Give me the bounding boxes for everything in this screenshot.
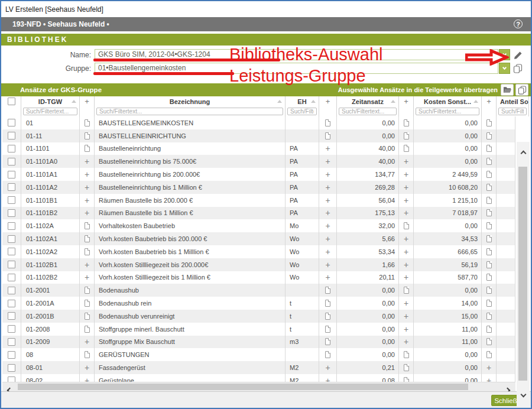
- filter-input-bezeichnung[interactable]: [96, 108, 283, 115]
- row-icon-c[interactable]: [399, 116, 414, 129]
- column-header-kosten-sonst[interactable]: Kosten Sonst...: [414, 96, 482, 106]
- row-icon-b[interactable]: +: [319, 232, 337, 245]
- row-icon-b[interactable]: +: [319, 155, 337, 168]
- row-checkbox[interactable]: [8, 376, 15, 382]
- row-icon-d[interactable]: [482, 155, 497, 168]
- row-icon-c[interactable]: +: [399, 336, 414, 349]
- row-icon-a[interactable]: +: [80, 336, 95, 349]
- table-row[interactable]: 01 BAUSTELLENGEMEINKOSTEN 0,00 0,00: [2, 116, 515, 129]
- row-icon-a[interactable]: +: [80, 374, 95, 382]
- row-icon-d[interactable]: [482, 258, 497, 271]
- table-row[interactable]: 01-1101A1 + Baustelleneinrichtung bis 20…: [2, 168, 515, 181]
- row-icon-c[interactable]: +: [399, 155, 414, 168]
- row-icon-a[interactable]: +: [80, 271, 95, 284]
- filter-input-id-tgw[interactable]: [23, 108, 77, 115]
- row-checkbox[interactable]: [8, 222, 15, 230]
- table-row[interactable]: 01-11 BAUSTELLENEINRICHTUNG 0,00 0,00: [2, 129, 515, 142]
- copy-gruppe-button[interactable]: [512, 63, 523, 74]
- row-icon-b[interactable]: [319, 116, 337, 129]
- horizontal-scroll-thumb[interactable]: [18, 384, 468, 390]
- table-row[interactable]: 01-1102A1 Vorh.kosten Baubetrieb bis 200…: [2, 232, 515, 245]
- row-checkbox[interactable]: [8, 325, 15, 333]
- horizontal-scrollbar[interactable]: [2, 382, 515, 391]
- row-icon-d[interactable]: [482, 181, 497, 194]
- row-checkbox[interactable]: [8, 183, 15, 191]
- row-icon-c[interactable]: +: [399, 232, 414, 245]
- row-icon-a[interactable]: +: [80, 168, 95, 181]
- row-icon-a[interactable]: [80, 323, 95, 336]
- column-header-add-d[interactable]: +: [482, 96, 497, 106]
- row-icon-c[interactable]: +: [399, 323, 414, 336]
- row-icon-c[interactable]: [399, 142, 414, 155]
- row-icon-d[interactable]: [482, 219, 497, 232]
- row-icon-b[interactable]: +: [319, 219, 337, 232]
- row-icon-d[interactable]: [482, 194, 497, 207]
- row-icon-d[interactable]: [482, 323, 497, 336]
- row-icon-c[interactable]: +: [399, 297, 414, 310]
- table-row[interactable]: 01-1101B1 + Räumen Baustelle bis 200.000…: [2, 194, 515, 207]
- filter-input-eh[interactable]: [287, 108, 317, 115]
- row-icon-a[interactable]: [80, 284, 95, 297]
- row-icon-a[interactable]: [80, 232, 95, 245]
- row-icon-d[interactable]: [482, 348, 497, 361]
- row-icon-b[interactable]: +: [319, 181, 337, 194]
- table-row[interactable]: 01-1102A Vorhaltekosten Baubetrieb Mo + …: [2, 219, 515, 232]
- table-row[interactable]: 01-1102A2 Vorh.kosten Baubetrieb bis 1 M…: [2, 245, 515, 258]
- row-icon-c[interactable]: [399, 348, 414, 361]
- row-icon-c[interactable]: +: [399, 245, 414, 258]
- row-icon-b[interactable]: +: [319, 271, 337, 284]
- table-row[interactable]: 08-01 + Fassadengerüst M2 + 0,21 0,00 +: [2, 361, 515, 374]
- row-icon-a[interactable]: [80, 310, 95, 323]
- row-checkbox[interactable]: [8, 132, 15, 139]
- row-icon-b[interactable]: +: [319, 258, 337, 271]
- table-row[interactable]: 01-1101A2 + Baustelleneinrichtung bis 1 …: [2, 181, 515, 194]
- row-icon-b[interactable]: +: [319, 168, 337, 181]
- vertical-scrollbar[interactable]: [517, 142, 530, 407]
- row-icon-b[interactable]: [319, 129, 337, 142]
- table-row[interactable]: 01-2001B Bodenaushub verunreinigt t 0,00…: [2, 310, 515, 323]
- row-checkbox[interactable]: [8, 235, 15, 243]
- table-row[interactable]: 01-2001A Bodenaushub rein t 0,00 + 14,00: [2, 297, 515, 310]
- row-icon-c[interactable]: [399, 129, 414, 142]
- row-icon-b[interactable]: [319, 297, 337, 310]
- vertical-scroll-thumb[interactable]: [518, 167, 527, 381]
- row-icon-a[interactable]: +: [80, 361, 95, 374]
- scroll-up-icon[interactable]: [517, 151, 530, 155]
- column-header-bezeichnung[interactable]: Bezeichnung: [95, 96, 286, 106]
- row-icon-a[interactable]: [80, 297, 95, 310]
- row-icon-c[interactable]: [399, 374, 414, 382]
- row-icon-c[interactable]: [399, 219, 414, 232]
- row-icon-a[interactable]: +: [80, 207, 95, 220]
- row-icon-a[interactable]: +: [80, 155, 95, 168]
- row-icon-d[interactable]: [482, 129, 497, 142]
- row-icon-b[interactable]: +: [319, 207, 337, 220]
- row-checkbox[interactable]: [8, 196, 15, 204]
- filter-input-zeitansatz[interactable]: [339, 108, 397, 115]
- column-header-id-tgw[interactable]: ID-TGW: [21, 96, 80, 106]
- row-icon-d[interactable]: [482, 271, 497, 284]
- row-icon-a[interactable]: +: [80, 258, 95, 271]
- scroll-down-icon[interactable]: [517, 392, 530, 397]
- row-icon-c[interactable]: [399, 361, 414, 374]
- table-row[interactable]: 01-1101A0 + Baustelleneinrichtung bis 75…: [2, 155, 515, 168]
- help-icon[interactable]: ?: [514, 20, 523, 28]
- row-icon-a[interactable]: [80, 129, 95, 142]
- table-row[interactable]: 08-02 + Gerüstplane M2 + 0,08 0,00 +: [2, 374, 515, 382]
- row-icon-a[interactable]: [80, 142, 95, 155]
- transfer-copy-button[interactable]: [515, 84, 528, 96]
- column-header-add-b[interactable]: +: [319, 96, 337, 106]
- table-row[interactable]: 01-1102B1 + Vorh.kosten Stillliegezeit b…: [2, 258, 515, 271]
- table-row[interactable]: 01-1101B2 + Räumen Baustelle bis 1 Milli…: [2, 207, 515, 220]
- row-checkbox[interactable]: [8, 248, 15, 255]
- row-checkbox[interactable]: [8, 300, 15, 307]
- row-icon-d[interactable]: [482, 142, 497, 155]
- row-checkbox[interactable]: [8, 274, 15, 281]
- table-row[interactable]: 01-2008 Stoffgruppe minerl. Bauschutt t …: [2, 323, 515, 336]
- row-icon-a[interactable]: [80, 219, 95, 232]
- row-checkbox[interactable]: [8, 171, 15, 178]
- row-icon-c[interactable]: +: [399, 168, 414, 181]
- row-checkbox[interactable]: [8, 145, 15, 152]
- column-header-zeitansatz[interactable]: Zeitansatz: [337, 96, 399, 106]
- open-button[interactable]: [501, 84, 514, 96]
- table-row[interactable]: 01-1101 Baustelleneinrichtung PA + 40,00…: [2, 142, 515, 155]
